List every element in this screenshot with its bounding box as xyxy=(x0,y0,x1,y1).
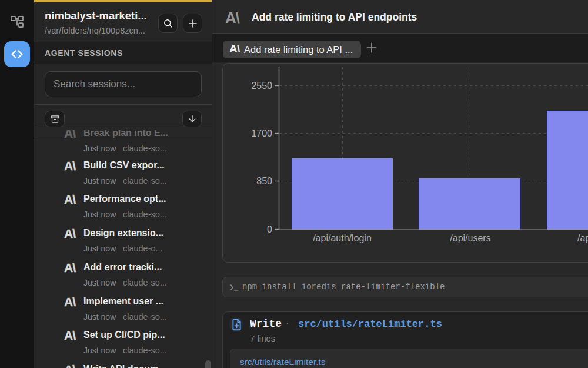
svg-text:/api/users: /api/users xyxy=(450,233,490,243)
svg-text:850: 850 xyxy=(256,176,272,186)
svg-text:/api/orders: /api/orders xyxy=(577,233,588,243)
svg-text:2550: 2550 xyxy=(251,81,272,91)
svg-text:/api/auth/login: /api/auth/login xyxy=(313,233,372,243)
svg-text:1700: 1700 xyxy=(251,128,272,138)
svg-text:0: 0 xyxy=(267,224,272,234)
